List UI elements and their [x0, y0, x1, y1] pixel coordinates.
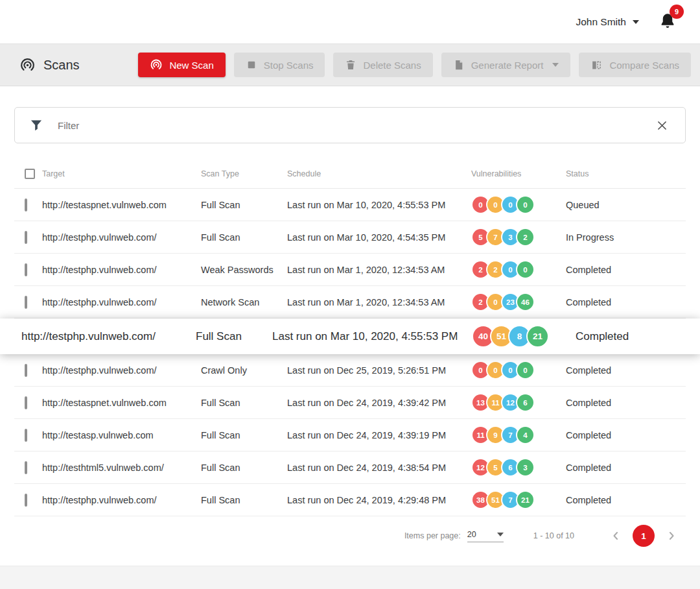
pager-controls: 1 [608, 525, 679, 547]
row-checkbox-cell [14, 297, 42, 307]
row-checkbox[interactable] [25, 198, 27, 211]
scan-row[interactable]: http://testphp.vulnweb.com/ Full Scan La… [14, 221, 686, 254]
vulnerabilities-cell: 12563 [471, 458, 566, 477]
scan-table-body: http://testaspnet.vulnweb.com Full Scan … [14, 189, 686, 516]
chevron-down-icon [633, 20, 639, 24]
row-checkbox-cell [14, 232, 42, 243]
status-cell: Completed [576, 330, 700, 343]
report-document-icon [453, 59, 465, 71]
items-per-page-value: 20 [467, 530, 476, 539]
scan-row[interactable]: http://testphp.vulnweb.com/ Full Scan La… [0, 319, 700, 354]
column-header-scan-type: Scan Type [201, 169, 287, 178]
column-header-schedule: Schedule [287, 169, 471, 178]
row-checkbox-cell [14, 463, 42, 473]
delete-scans-button[interactable]: Delete Scans [333, 53, 432, 77]
row-checkbox[interactable] [25, 231, 27, 244]
schedule-cell: Last run on Dec 24, 2019, 4:39:19 PM [287, 430, 471, 440]
main-content: Target Scan Type Schedule Vulnerabilitie… [0, 107, 700, 555]
row-checkbox[interactable] [25, 429, 27, 442]
new-scan-button[interactable]: New Scan [138, 53, 225, 77]
row-checkbox[interactable] [25, 296, 27, 309]
target-cell: http://testphp.vulnweb.com/ [42, 365, 201, 376]
stop-scans-button[interactable]: Stop Scans [234, 53, 325, 77]
status-cell: Completed [566, 365, 686, 376]
compare-scans-button[interactable]: Compare Scans [579, 53, 691, 77]
severity-badge-info: 0 [516, 195, 535, 214]
vulnerabilities-cell: 4051821 [472, 325, 576, 348]
severity-badge-info: 46 [516, 293, 535, 311]
status-cell: Completed [566, 495, 686, 505]
pagination-range-label: 1 - 10 of 10 [533, 531, 574, 540]
scan-row[interactable]: http://testphp.vulnweb.com/ Weak Passwor… [14, 254, 686, 286]
compare-panels-icon [590, 59, 603, 71]
severity-badge-info: 2 [516, 228, 535, 246]
items-per-page-select[interactable]: 20 [467, 530, 504, 542]
select-all-checkbox[interactable] [25, 169, 35, 179]
clear-filter-button[interactable] [653, 117, 671, 134]
vulnerabilities-cell: 0000 [471, 195, 566, 214]
scan-type-cell: Full Scan [201, 200, 287, 210]
chevron-right-icon [665, 529, 678, 542]
row-checkbox[interactable] [25, 364, 27, 377]
row-checkbox-cell [14, 398, 42, 408]
footer-strip [0, 566, 700, 589]
column-header-status: Status [566, 169, 686, 178]
scan-row[interactable]: http://testaspnet.vulnweb.com Full Scan … [14, 387, 686, 419]
generate-report-button[interactable]: Generate Report [441, 53, 571, 77]
user-name: John Smith [576, 16, 626, 28]
chevron-down-icon [497, 533, 504, 536]
column-header-target: Target [42, 169, 201, 178]
scans-toolbar: Scans New Scan Stop Scans [0, 43, 700, 86]
target-cell: http://testaspnet.vulnweb.com [42, 398, 201, 408]
target-cell: http://testphp.vulnweb.com/ [42, 232, 201, 243]
toolbar-buttons: New Scan Stop Scans Delete Scans [138, 53, 691, 77]
schedule-cell: Last run on Mar 10, 2020, 4:55:53 PM [287, 200, 471, 210]
target-cell: http://testhtml5.vulnweb.com/ [42, 463, 201, 473]
target-cell: http://testasp.vulnweb.com [42, 430, 201, 440]
previous-page-button[interactable] [608, 528, 624, 544]
close-icon [656, 119, 668, 132]
scan-type-cell: Crawl Only [201, 365, 287, 376]
row-checkbox[interactable] [25, 494, 27, 507]
scan-target-icon [19, 57, 36, 73]
row-checkbox-cell [14, 265, 42, 275]
scan-row[interactable]: http://testphp.vulnweb.com/ Full Scan La… [14, 484, 686, 516]
scan-row[interactable]: http://testasp.vulnweb.com Full Scan Las… [14, 419, 686, 451]
row-checkbox-cell [14, 200, 42, 210]
row-checkbox[interactable] [25, 263, 27, 276]
vulnerabilities-cell: 1311126 [471, 393, 566, 412]
row-checkbox-cell [14, 495, 42, 505]
vulnerabilities-cell: 2200 [471, 260, 566, 279]
severity-badge-info: 3 [516, 458, 535, 477]
scan-type-cell: Full Scan [201, 398, 287, 408]
schedule-cell: Last run on Dec 25, 2019, 5:26:51 PM [287, 365, 471, 376]
row-checkbox[interactable] [25, 461, 27, 474]
new-scan-label: New Scan [169, 60, 213, 71]
scan-row[interactable]: http://testhtml5.vulnweb.com/ Full Scan … [14, 451, 686, 484]
scan-row[interactable]: http://testphp.vulnweb.com/ Network Scan… [14, 286, 686, 319]
filter-input[interactable] [56, 119, 640, 132]
page-1-button[interactable]: 1 [633, 525, 655, 547]
severity-badge-info: 21 [516, 490, 535, 509]
schedule-cell: Last run on Mar 1, 2020, 12:34:53 AM [287, 297, 471, 307]
delete-scans-label: Delete Scans [363, 60, 421, 71]
schedule-cell: Last run on Dec 24, 2019, 4:39:42 PM [287, 398, 471, 408]
next-page-button[interactable] [664, 528, 679, 544]
items-per-page-label: Items per page: [404, 531, 461, 540]
chevron-left-icon [609, 529, 622, 542]
column-header-vulnerabilities: Vulnerabilities [471, 169, 566, 178]
severity-badge-info: 6 [516, 393, 535, 412]
scan-type-cell: Weak Passwords [201, 265, 287, 275]
user-menu[interactable]: John Smith [576, 16, 639, 28]
generate-report-label: Generate Report [471, 60, 544, 71]
scan-row[interactable]: http://testaspnet.vulnweb.com Full Scan … [14, 189, 686, 221]
scan-type-cell: Full Scan [201, 430, 287, 440]
notifications-button[interactable]: 9 [659, 12, 677, 32]
status-cell: Completed [566, 430, 686, 440]
status-cell: Completed [566, 463, 686, 473]
page-title: Scans [19, 57, 80, 73]
scan-row[interactable]: http://testphp.vulnweb.com/ Crawl Only L… [14, 354, 686, 387]
schedule-cell: Last run on Dec 24, 2019, 4:29:48 PM [287, 495, 471, 505]
status-cell: In Progress [566, 232, 686, 243]
row-checkbox[interactable] [25, 396, 27, 409]
